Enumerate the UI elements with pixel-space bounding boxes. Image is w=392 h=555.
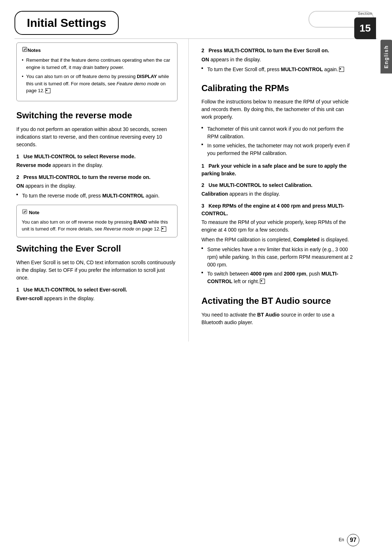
section-reverse-title: Switching the reverse mode <box>16 109 177 122</box>
section-label: Section <box>358 11 372 17</box>
note-header: Note <box>22 209 172 217</box>
section-reverse-mode: Switching the reverse mode If you do not… <box>16 109 177 200</box>
right-column: 2 Press MULTI-CONTROL to turn the Ever S… <box>189 39 377 341</box>
section-reverse-body: If you do not perform an operation withi… <box>16 126 177 148</box>
step-3-calibrate-completed: When the RPM calibration is completed, C… <box>201 236 353 244</box>
left-column: Notes Remember that if the feature demo … <box>0 39 189 341</box>
step-2-reverse-on: ON appears in the display. <box>16 182 177 190</box>
ever-scroll-off-bullet: To turn the Ever Scroll off, press MULTI… <box>201 66 353 73</box>
inline-icon-2 <box>161 227 166 232</box>
header-right-section: Section 15 <box>119 11 377 28</box>
section-bt-title: Activating the Activating the BT Audio s… <box>201 295 353 307</box>
page-title: Initial Settings <box>27 15 106 31</box>
note-box-reverse: Note You can also turn on or off reverse… <box>16 205 177 237</box>
title-box: Initial Settings <box>15 11 119 35</box>
step-2-ever-scroll-heading: 2 Press MULTI-CONTROL to turn the Ever S… <box>201 47 353 54</box>
ever-scroll-step2: 2 Press MULTI-CONTROL to turn the Ever S… <box>201 47 353 73</box>
note-body-reverse: You can also turn on or off reverse mode… <box>22 219 172 233</box>
step-1-ever-scroll-heading: 1 Use MULTI-CONTROL to select Ever-scrol… <box>16 286 177 293</box>
note-item-1: Remember that if the feature demo contin… <box>22 57 172 71</box>
inline-icon-1 <box>45 88 50 93</box>
section-ever-scroll-title: Switching the Ever Scroll <box>16 242 177 255</box>
section-bt-audio: Activating the Activating the BT Audio s… <box>201 295 353 326</box>
step-2-calibrate-body: Calibration appears in the display. <box>201 190 353 198</box>
step-2-ever-scroll-on: ON appears in the display. <box>201 56 353 64</box>
calibrate-bullet-revlimiter: Some vehicles have a rev limiter that ki… <box>201 246 353 269</box>
calibrating-bullet-1: Tachometer of this unit cannot work if y… <box>201 125 353 140</box>
calibrating-bullet-2: In some vehicles, the tachometer may not… <box>201 142 353 157</box>
step-3-calibrate-body: To measure the RPM of your vehicle prope… <box>201 219 353 234</box>
step-3-calibrate-heading: 3 Keep RPMs of the engine at 4 000 rpm a… <box>201 202 353 217</box>
inline-icon-4 <box>260 279 265 284</box>
top-bar: Initial Settings Section 15 <box>0 0 392 38</box>
pencil-icon <box>22 46 28 54</box>
step-2-reverse-heading: 2 Press MULTI-CONTROL to turn the revers… <box>16 174 177 181</box>
english-tab: English <box>380 40 392 74</box>
section-badge: Section 15 <box>353 11 377 39</box>
section-bt-body: You need to activate the BT Audio source… <box>201 311 353 326</box>
section-calibrating: Calibrating the RPMs Follow the instruct… <box>201 82 353 285</box>
step-1-ever-scroll-body: Ever-scroll appears in the display. <box>16 295 177 302</box>
notes-box: Notes Remember that if the feature demo … <box>16 42 177 101</box>
note-label: Note <box>29 209 40 216</box>
page-number: 97 <box>347 534 359 546</box>
reverse-off-bullet: To turn the reverse mode off, press MULT… <box>16 192 177 200</box>
section-ever-scroll-body: When Ever Scroll is set to ON, CD text i… <box>16 259 177 282</box>
note-pencil-icon <box>22 209 28 217</box>
step-1-reverse-heading: 1 Use MULTI-CONTROL to select Reverse mo… <box>16 153 177 160</box>
page-footer: En 97 <box>339 534 359 546</box>
section-calibrating-title: Calibrating the RPMs <box>201 82 353 95</box>
step-1-reverse-body: Reverse mode appears in the display. <box>16 162 177 169</box>
section-calibrating-intro: Follow the instructions below to measure… <box>201 98 353 121</box>
inline-icon-3 <box>339 67 344 72</box>
step-2-calibrate-heading: 2 Use MULTI-CONTROL to select Calibratio… <box>201 181 353 189</box>
note-item-2: You can also turn on or off feature demo… <box>22 73 172 94</box>
notes-list: Remember that if the feature demo contin… <box>22 57 172 94</box>
content-area: Notes Remember that if the feature demo … <box>0 39 392 341</box>
notes-header: Notes <box>22 46 172 54</box>
step-1-calibrate-heading: 1 Park your vehicle in a safe place and … <box>201 162 353 177</box>
page-lang: En <box>339 537 344 543</box>
page-wrapper: Initial Settings Section 15 English <box>0 0 392 555</box>
section-ever-scroll: Switching the Ever Scroll When Ever Scro… <box>16 242 177 302</box>
section-number: 15 <box>354 17 376 39</box>
notes-label: Notes <box>28 47 41 54</box>
calibrate-bullet-switch-rpm: To switch between 4000 rpm and 2000 rpm,… <box>201 270 353 285</box>
